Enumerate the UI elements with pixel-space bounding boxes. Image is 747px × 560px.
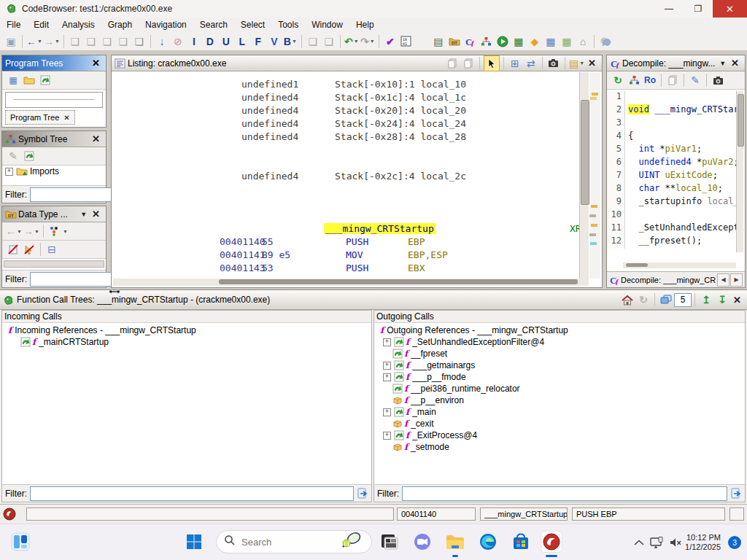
network-icon[interactable] xyxy=(647,532,666,553)
close-icon[interactable]: ✕ xyxy=(730,295,744,306)
filter-icon[interactable] xyxy=(730,488,742,499)
tree-root[interactable]: fOutgoing References - ___mingw_CRTStart… xyxy=(374,324,745,336)
listing-mnemonic[interactable]: MOV xyxy=(346,249,363,260)
menu-item-navigation[interactable]: Navigation xyxy=(139,18,193,31)
edit-icon[interactable]: ✎ xyxy=(6,149,20,163)
tree-item[interactable]: f_mainCRTStartup xyxy=(2,336,371,348)
listing-stack-var[interactable]: Stack[-0x2c]:4 local_2c xyxy=(335,171,466,182)
decompile-line[interactable]: 11 _SetUnhandledExcepti xyxy=(607,222,745,236)
decompile-line[interactable]: 8 char **local_10; xyxy=(607,183,745,196)
menu-item-analysis[interactable]: Analysis xyxy=(55,18,101,31)
function-f-icon[interactable]: F xyxy=(251,34,266,49)
terminal-app-icon[interactable] xyxy=(379,532,400,552)
tray-chevron-icon[interactable] xyxy=(631,532,647,553)
expand-icon[interactable]: + xyxy=(383,362,391,370)
collapse-all-icon[interactable]: ⊟ xyxy=(44,242,59,257)
incoming-filter-input[interactable] xyxy=(30,486,354,501)
tree-item[interactable]: f__pei386_runtime_relocator xyxy=(374,383,745,394)
decompile-tab-label[interactable]: Decompile: ___mingw_CR.. xyxy=(621,276,716,284)
expand-incoming-icon[interactable]: ↥ xyxy=(699,292,713,307)
tree-item[interactable]: +f___p__fmode xyxy=(374,371,745,383)
listing-mnemonic[interactable]: PUSH xyxy=(346,262,368,273)
decompile-line[interactable]: 7 UINT uExitCode; xyxy=(607,170,745,183)
tab-scroll-left-icon[interactable]: ◀ xyxy=(717,273,729,287)
widgets-icon[interactable] xyxy=(10,532,31,552)
tree-item[interactable]: f__fpreset xyxy=(374,348,745,359)
decompile-code[interactable]: 12void ___mingw_CRTStart34{5 int *piVar1… xyxy=(607,91,745,252)
refresh-icon[interactable]: ↻ xyxy=(636,292,651,307)
program-tree-listbox[interactable] xyxy=(5,92,103,108)
decompile-line[interactable]: 4{ xyxy=(607,131,745,144)
copy-icon[interactable] xyxy=(665,73,680,88)
listing-operands[interactable]: EBX xyxy=(408,262,425,273)
listing-stack-var[interactable]: Stack[-0x24]:4 local_24 xyxy=(335,118,466,129)
disassemble-i-icon[interactable]: I xyxy=(187,34,201,49)
back-icon[interactable]: ←▼ xyxy=(6,224,22,238)
nav-page-1-icon[interactable]: ❏ xyxy=(68,34,82,49)
incoming-calls-tree[interactable]: fIncoming References - ___mingw_CRTStart… xyxy=(2,323,371,484)
new-window-icon[interactable] xyxy=(659,292,673,307)
tree-item[interactable]: +f___getmainargs xyxy=(374,359,745,371)
save-icon[interactable]: ▣ xyxy=(4,34,18,49)
edge-browser-icon[interactable] xyxy=(478,532,498,552)
page-snapshot-icon[interactable]: ❏ xyxy=(132,34,147,49)
decompile-line[interactable]: 6 undefined4 *puVar2; xyxy=(607,157,745,170)
close-icon[interactable]: ✕ xyxy=(89,133,103,144)
import-page-icon[interactable]: ❏ xyxy=(306,34,320,49)
go-down-arrow-icon[interactable]: ↓ xyxy=(155,34,169,49)
listing-stack-type[interactable]: undefined4 xyxy=(241,171,298,182)
snapshot-camera-icon[interactable] xyxy=(546,56,561,71)
listing-function-label[interactable]: ___mingw_CRTStartup xyxy=(324,223,436,234)
listing-stack-type[interactable]: undefined1 xyxy=(241,79,298,90)
expand-icon[interactable]: + xyxy=(383,373,391,381)
rename-ro-icon[interactable]: Ro xyxy=(643,73,657,88)
table-icon[interactable]: ▦ xyxy=(543,34,558,49)
close-icon[interactable]: ✕ xyxy=(89,209,103,219)
binary-view-icon[interactable]: 1001 xyxy=(399,34,414,49)
undefine-u-icon[interactable]: U xyxy=(219,34,233,49)
undo-icon[interactable]: ↶▼ xyxy=(344,34,359,49)
paste-icon[interactable] xyxy=(461,56,476,71)
nav-page-4-icon[interactable]: ❏ xyxy=(116,34,131,49)
decompile-line[interactable]: 3 xyxy=(607,117,745,131)
expand-outgoing-icon[interactable]: ↧ xyxy=(715,292,729,307)
goto-icon[interactable] xyxy=(22,149,36,163)
new-tree-icon[interactable]: ▦ xyxy=(6,73,20,88)
restore-button[interactable]: ❐ xyxy=(684,0,713,18)
menu-item-help[interactable]: Help xyxy=(349,18,381,31)
listing-stack-type[interactable]: undefined4 xyxy=(241,105,298,116)
edit-icon[interactable]: ✎ xyxy=(688,73,703,88)
copy-icon[interactable] xyxy=(445,56,460,71)
decompile-line[interactable]: 5 int *piVar1; xyxy=(607,144,745,157)
menu-item-edit[interactable]: Edit xyxy=(27,18,55,31)
edit-fields-icon[interactable]: ⊞ xyxy=(508,56,522,71)
tree-root[interactable]: fIncoming References - ___mingw_CRTStart… xyxy=(2,324,371,336)
close-icon[interactable]: ✕ xyxy=(585,58,599,69)
filter-icon[interactable] xyxy=(357,488,368,499)
home-icon[interactable] xyxy=(620,292,635,307)
listing-bytes[interactable]: 89 e5 xyxy=(262,249,290,260)
volume-muted-icon[interactable] xyxy=(666,532,685,553)
decompile-line[interactable]: 1 xyxy=(607,91,745,104)
diff-view-icon[interactable]: ⇄ xyxy=(524,56,538,71)
tree-item[interactable]: f_cexit xyxy=(374,418,745,429)
call-tree-icon[interactable] xyxy=(479,34,494,49)
listing-operands[interactable]: EBP xyxy=(408,236,425,247)
cursor-style-toggle-icon[interactable] xyxy=(484,55,500,71)
recursion-depth-field[interactable]: 5 xyxy=(674,293,692,307)
comment-bubble-icon[interactable] xyxy=(598,34,613,49)
listing-stack-var[interactable]: Stack[-0x1c]:4 local_1c xyxy=(335,92,466,103)
diamond-icon[interactable]: ◆ xyxy=(527,34,542,49)
listing-mnemonic[interactable]: PUSH xyxy=(346,236,368,247)
memory-map-icon[interactable]: ▤ xyxy=(431,34,446,49)
notification-badge[interactable]: 3 xyxy=(728,536,741,549)
symbol-tree-imports-row[interactable]: + Imports xyxy=(2,166,106,177)
listing-stack-type[interactable]: undefined4 xyxy=(241,92,298,103)
type-nav-icon[interactable] xyxy=(47,224,62,238)
menu-item-search[interactable]: Search xyxy=(193,18,234,31)
listing-vscrollbar[interactable] xyxy=(579,72,589,279)
back-icon[interactable]: ←▼ xyxy=(26,34,42,49)
microsoft-store-icon[interactable] xyxy=(511,532,531,552)
hide-pointers-icon[interactable] xyxy=(22,242,36,257)
tray-clock[interactable]: 10:12 PM 1/12/2025 xyxy=(685,533,721,552)
